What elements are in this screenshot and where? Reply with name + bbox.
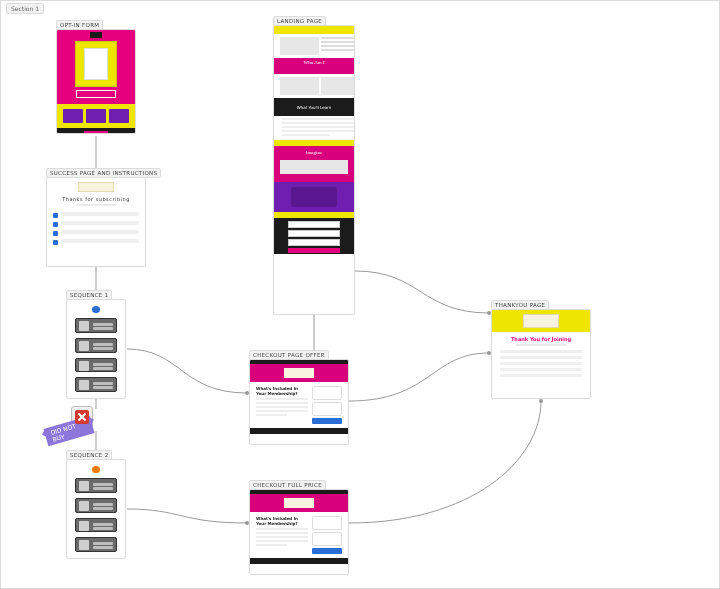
node-label: Landing page [273, 16, 326, 26]
did-not-buy[interactable]: DID NOT BUY [71, 406, 93, 428]
thumb-checkout-offer: What's Included In Your Membership? [249, 359, 349, 445]
node-optin[interactable]: OPT-IN FORM [56, 29, 136, 134]
section-tab: Section 1 [6, 3, 44, 14]
node-label: SEQUENCE 2 [66, 450, 112, 460]
node-label: THANKYOU PAGE [491, 300, 549, 310]
node-thankyou[interactable]: THANKYOU PAGE Thank You for Joining [491, 309, 591, 399]
node-landing[interactable]: Landing page Who Am I What You'll Learn … [273, 25, 355, 315]
node-seq1[interactable]: SEQUENCE 1 [66, 299, 126, 399]
node-checkout-full[interactable]: CHECKOUT FULL PRICE What's Included In Y… [249, 489, 349, 575]
node-label: SUCCESS PAGE AND INSTRUCTIONS [46, 168, 161, 178]
node-label: CHECKOUT FULL PRICE [249, 480, 326, 490]
thumb-thankyou: Thank You for Joining [491, 309, 591, 399]
node-seq2[interactable]: SEQUENCE 2 [66, 459, 126, 559]
node-label: SEQUENCE 1 [66, 290, 112, 300]
thumb-success: Thanks for subscribing [46, 177, 146, 267]
thumb-seq1 [66, 299, 126, 399]
node-checkout-offer[interactable]: CHECKOUT PAGE OFFER What's Included In Y… [249, 359, 349, 445]
node-label: OPT-IN FORM [56, 20, 103, 30]
node-success[interactable]: SUCCESS PAGE AND INSTRUCTIONS Thanks for… [46, 177, 146, 267]
thumb-landing: Who Am I What You'll Learn Imagine [273, 25, 355, 315]
funnel-canvas[interactable]: Section 1 [0, 0, 720, 589]
node-label: CHECKOUT PAGE OFFER [249, 350, 329, 360]
thumb-seq2 [66, 459, 126, 559]
svg-point-7 [539, 399, 543, 403]
thumb-checkout-full: What's Included In Your Membership? [249, 489, 349, 575]
thumb-optin [56, 29, 136, 134]
